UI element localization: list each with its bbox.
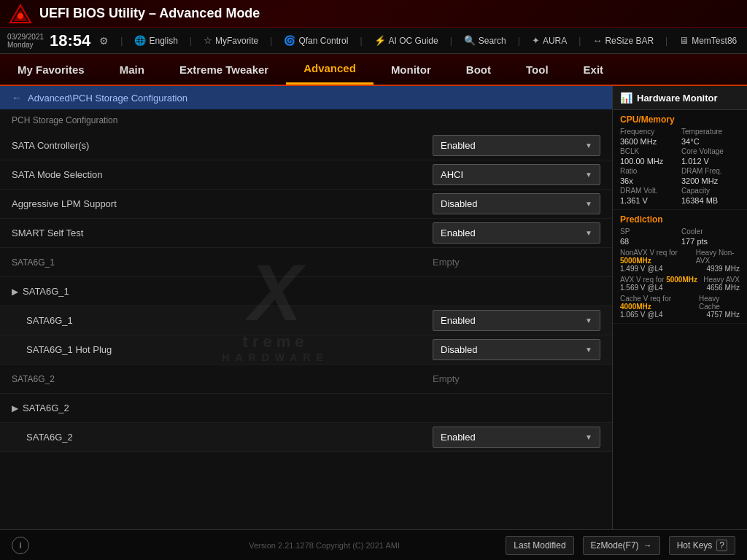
last-modified-label: Last Modified [514, 540, 565, 551]
sata6g1-empty-value: Empty [433, 257, 600, 268]
avx-section: AVX V req for 5000MHz Heavy AVX 1.569 V … [620, 276, 740, 292]
settings-gear-icon[interactable]: ⚙ [99, 35, 109, 47]
table-row: SATA Controller(s) Enabled ▼ [0, 131, 612, 160]
prediction-section: Prediction SP Cooler 68 177 pts NonAVX V… [613, 210, 747, 324]
panel-title-label: Hardware Monitor [637, 93, 718, 104]
sata6g2-empty-value: Empty [433, 373, 600, 384]
resizebar-label: ReSize BAR [605, 36, 654, 46]
aura-label: AURA [543, 36, 567, 46]
section-label: PCH Storage Configuration [0, 109, 612, 131]
nonavx-volt: 1.499 V @L4 [620, 265, 663, 273]
table-row[interactable]: ▶ SATA6G_2 [0, 394, 612, 423]
aioc-icon: ⚡ [374, 35, 386, 46]
setting-label-lpm: Aggressive LPM Support [12, 198, 433, 209]
bclk-label: BCLK [620, 147, 678, 155]
nav-advanced[interactable]: Advanced [286, 54, 374, 85]
resizebar-icon: ↔ [592, 35, 602, 46]
nav-exit[interactable]: Exit [566, 54, 622, 85]
last-modified-button[interactable]: Last Modified [506, 536, 573, 555]
cache-volt: 1.065 V @L4 [620, 311, 663, 319]
nonavx-section: NonAVX V req for 5000MHz Heavy Non-AVX 1… [620, 249, 740, 273]
header-bar: UEFI BIOS Utility – Advanced Mode [0, 0, 747, 28]
setting-label-sata6g2-group: SATA6G_2 [23, 402, 600, 413]
nav-tool[interactable]: Tool [508, 54, 566, 85]
dramfreq-value: 3200 MHz [681, 176, 740, 185]
hot-keys-label: Hot Keys [677, 540, 713, 551]
nav-boot[interactable]: Boot [449, 54, 508, 85]
time-display: 18:54 [50, 33, 90, 49]
prediction-title: Prediction [620, 214, 740, 225]
table-row: SATA6G_1 Enabled ▼ [0, 306, 612, 335]
chevron-down-icon: ▼ [585, 346, 592, 354]
topbar-memtest[interactable]: 🖥 MemTest86 [679, 35, 737, 46]
aura-icon: ✦ [532, 35, 540, 46]
setting-label-sata-mode: SATA Mode Selection [12, 169, 433, 180]
ratio-label: Ratio [620, 167, 678, 175]
sata-controllers-dropdown[interactable]: Enabled ▼ [433, 135, 600, 156]
dramvolt-value: 1.361 V [620, 196, 678, 205]
topbar-qfan[interactable]: 🌀 Qfan Control [284, 35, 348, 46]
topbar: 03/29/2021 Monday 18:54 ⚙ | 🌐 English | … [0, 28, 747, 54]
nav-my-favorites[interactable]: My Favorites [0, 54, 102, 85]
footer: i Version 2.21.1278 Copyright (C) 2021 A… [0, 529, 747, 560]
info-button[interactable]: i [12, 537, 29, 554]
cache-section: Cache V req for 4000MHz Heavy Cache 1.06… [620, 295, 740, 319]
nav-extreme-tweaker[interactable]: Extreme Tweaker [162, 54, 286, 85]
hot-keys-button[interactable]: Hot Keys ? [669, 536, 735, 555]
dropdown-wrapper-lpm: Disabled ▼ [433, 193, 600, 214]
date-display: 03/29/2021 Monday [7, 33, 44, 49]
ez-mode-label: EzMode(F7) [591, 540, 639, 551]
table-row: SATA6G_2 Empty [0, 365, 612, 394]
myfavorite-icon: ☆ [204, 35, 212, 46]
chevron-down-icon: ▼ [585, 171, 592, 179]
corevolt-value: 1.012 V [681, 157, 740, 166]
sata6g1-hotplug-dropdown[interactable]: Disabled ▼ [433, 339, 600, 360]
myfavorite-label: MyFavorite [215, 36, 258, 46]
sata6g1-dropdown[interactable]: Enabled ▼ [433, 310, 600, 331]
topbar-myfavorite[interactable]: ☆ MyFavorite [204, 35, 258, 46]
table-row: SATA6G_1 Empty [0, 248, 612, 277]
topbar-resizebar[interactable]: ↔ ReSize BAR [592, 35, 654, 46]
nonavx-mhz: 4939 MHz [706, 265, 740, 273]
panel-title: 📊 Hardware Monitor [613, 86, 747, 110]
avx-volt: 1.569 V @L4 [620, 284, 663, 292]
dropdown-wrapper-sata6g1-hotplug: Disabled ▼ [433, 339, 600, 360]
cache-type: Heavy Cache [699, 295, 740, 311]
lpm-dropdown[interactable]: Disabled ▼ [433, 193, 600, 214]
topbar-language[interactable]: 🌐 English [134, 35, 177, 46]
search-label: Search [479, 36, 506, 46]
content-area: X treme HARDWARE ← Advanced\PCH Storage … [0, 86, 612, 529]
dramfreq-label: DRAM Freq. [681, 167, 740, 175]
chevron-down-icon: ▼ [585, 316, 592, 324]
freq-label: Frequency [620, 128, 678, 136]
nav-monitor[interactable]: Monitor [374, 54, 449, 85]
topbar-aura[interactable]: ✦ AURA [532, 35, 567, 46]
breadcrumb-back-arrow[interactable]: ← [12, 92, 22, 104]
topbar-aioc[interactable]: ⚡ AI OC Guide [374, 35, 438, 46]
table-row: Aggressive LPM Support Disabled ▼ [0, 190, 612, 219]
memtest-icon: 🖥 [679, 35, 689, 46]
aioc-label: AI OC Guide [389, 36, 438, 46]
qfan-icon: 🌀 [284, 35, 295, 46]
table-row[interactable]: ▶ SATA6G_1 [0, 277, 612, 306]
topbar-search[interactable]: 🔍 Search [464, 35, 506, 46]
chevron-down-icon: ▼ [585, 141, 592, 149]
nav-main[interactable]: Main [102, 54, 162, 85]
cache-freq: 4000MHz [620, 303, 651, 311]
capacity-value: 16384 MB [681, 196, 740, 205]
table-row: SATA Mode Selection AHCI ▼ [0, 160, 612, 190]
sata-mode-dropdown[interactable]: AHCI ▼ [433, 164, 600, 185]
smart-dropdown[interactable]: Enabled ▼ [433, 222, 600, 244]
question-icon: ? [716, 540, 727, 551]
cpu-memory-section: CPU/Memory Frequency Temperature 3600 MH… [613, 110, 747, 210]
prediction-grid: SP Cooler 68 177 pts [620, 228, 740, 246]
avx-req-label: AVX V req for 5000MHz [620, 276, 697, 284]
sp-value: 68 [620, 237, 678, 246]
sata6g2-dropdown[interactable]: Enabled ▼ [433, 427, 600, 448]
dropdown-wrapper-sata6g2: Enabled ▼ [433, 427, 600, 448]
setting-label-sata6g2-info: SATA6G_2 [12, 374, 433, 384]
ez-mode-button[interactable]: EzMode(F7) → [583, 536, 660, 555]
setting-label-sata6g1-info: SATA6G_1 [12, 257, 433, 268]
nonavx-req-label: NonAVX V req for 5000MHz [620, 249, 696, 265]
setting-label-smart: SMART Self Test [12, 228, 433, 238]
